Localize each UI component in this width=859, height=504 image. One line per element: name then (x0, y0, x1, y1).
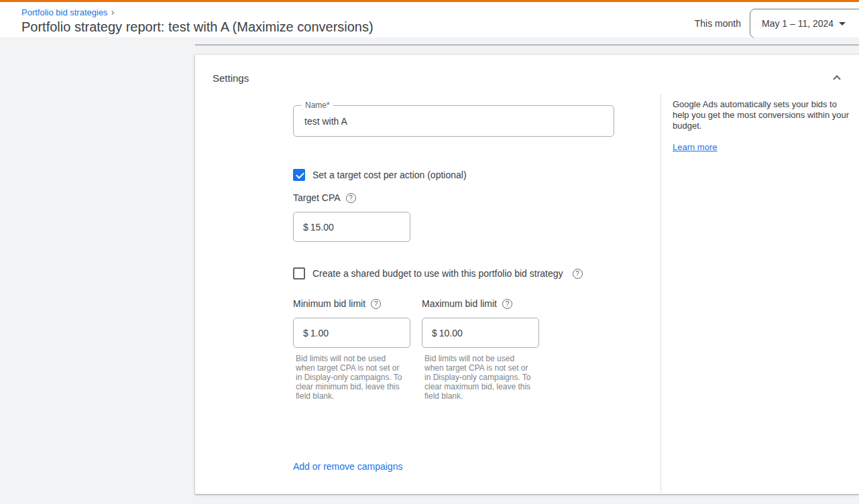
target-cpa-label: Target CPA (293, 192, 341, 203)
breadcrumb: Portfolio bid strategies › (21, 7, 114, 17)
shared-budget-option-row: Create a shared budget to use with this … (293, 267, 583, 279)
currency-prefix: $ (432, 328, 437, 338)
chevron-up-icon (831, 72, 843, 84)
settings-card-title: Settings (213, 72, 249, 84)
min-bid-label-row: Minimum bid limit (293, 298, 381, 309)
date-range-preset-label: This month (695, 18, 741, 29)
learn-more-link[interactable]: Learn more (673, 142, 717, 152)
currency-prefix: $ (303, 222, 308, 233)
settings-card: Settings Name* Set a target cost per act… (195, 55, 859, 494)
max-bid-field[interactable]: $ (422, 318, 539, 348)
target-cpa-option-row: Set a target cost per action (optional) (293, 169, 467, 181)
target-cpa-help-icon[interactable] (346, 193, 356, 203)
min-bid-field[interactable]: $ (293, 318, 410, 348)
min-bid-input[interactable] (310, 328, 391, 338)
add-or-remove-campaigns-link[interactable]: Add or remove campaigns (293, 461, 402, 472)
shared-budget-checkbox-label: Create a shared budget to use with this … (312, 268, 563, 279)
help-panel: Google Ads automatically sets your bids … (673, 99, 855, 153)
page-header: Portfolio bid strategies › Portfolio str… (0, 2, 859, 38)
currency-prefix: $ (303, 328, 308, 338)
min-bid-help-icon[interactable] (371, 299, 381, 309)
min-bid-label: Minimum bid limit (293, 298, 365, 309)
help-panel-description: Google Ads automatically sets your bids … (673, 99, 855, 131)
target-cpa-checkbox[interactable] (293, 169, 305, 181)
breadcrumb-link-portfolio-bid-strategies[interactable]: Portfolio bid strategies (21, 7, 108, 17)
max-bid-label: Maximum bid limit (422, 298, 497, 309)
date-range-value: May 1 – 11, 2024 (762, 9, 834, 38)
divider (195, 44, 859, 46)
target-cpa-checkbox-label: Set a target cost per action (optional) (312, 170, 467, 180)
page-title: Portfolio strategy report: test with A (… (21, 19, 374, 35)
min-bid-helper-text: Bid limits will not be used when target … (296, 354, 403, 401)
breadcrumb-caret-icon: › (111, 8, 115, 17)
name-input[interactable] (294, 106, 614, 136)
target-cpa-label-row: Target CPA (293, 192, 356, 203)
max-bid-helper-text: Bid limits will not be used when target … (424, 354, 532, 401)
divider (661, 94, 661, 493)
shared-budget-help-icon[interactable] (573, 269, 583, 279)
target-cpa-input[interactable] (310, 222, 391, 233)
date-range-selector[interactable]: May 1 – 11, 2024 (750, 9, 859, 38)
collapse-settings-button[interactable] (829, 70, 845, 86)
shared-budget-checkbox[interactable] (293, 267, 305, 279)
max-bid-input[interactable] (439, 328, 520, 338)
max-bid-help-icon[interactable] (502, 299, 512, 309)
name-field[interactable]: Name* (293, 105, 614, 137)
target-cpa-field[interactable]: $ (293, 212, 410, 242)
chevron-down-icon (839, 22, 846, 25)
max-bid-label-row: Maximum bid limit (422, 298, 512, 309)
content-background: Settings Name* Set a target cost per act… (0, 38, 859, 504)
